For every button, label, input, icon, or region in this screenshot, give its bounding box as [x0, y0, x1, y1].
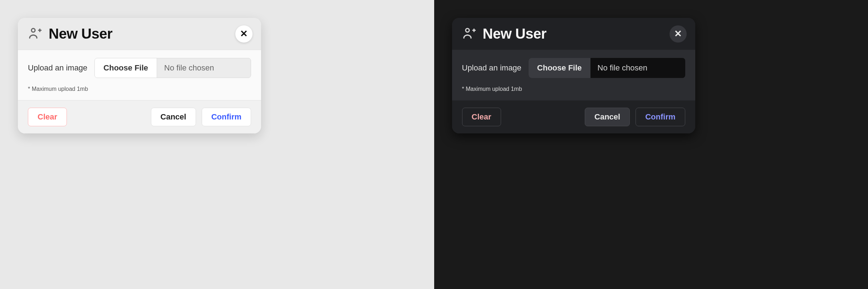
- close-button[interactable]: ✕: [235, 25, 252, 43]
- cancel-button[interactable]: Cancel: [151, 108, 196, 126]
- card-body: Upload an image Choose File No file chos…: [452, 50, 695, 100]
- upload-hint: * Maximum upload 1mb: [462, 86, 685, 92]
- upload-row: Upload an image Choose File No file chos…: [28, 58, 251, 78]
- cancel-button[interactable]: Cancel: [585, 108, 630, 126]
- card-header: New User ✕: [18, 18, 261, 50]
- card-footer: Clear Cancel Confirm: [452, 100, 695, 133]
- clear-button[interactable]: Clear: [28, 108, 67, 126]
- new-user-card: New User ✕ Upload an image Choose File N…: [18, 18, 261, 133]
- file-status-text: No file chosen: [590, 58, 685, 78]
- upload-row: Upload an image Choose File No file chos…: [462, 58, 685, 78]
- upload-hint: * Maximum upload 1mb: [28, 86, 251, 92]
- dark-theme-panel: New User ✕ Upload an image Choose File N…: [434, 0, 868, 289]
- upload-label: Upload an image: [28, 63, 87, 73]
- file-picker: Choose File No file chosen: [529, 58, 685, 78]
- confirm-button[interactable]: Confirm: [636, 108, 685, 126]
- card-footer: Clear Cancel Confirm: [18, 100, 261, 133]
- choose-file-button[interactable]: Choose File: [95, 58, 157, 78]
- new-user-card: New User ✕ Upload an image Choose File N…: [452, 18, 695, 133]
- card-body: Upload an image Choose File No file chos…: [18, 50, 261, 100]
- upload-label: Upload an image: [462, 63, 521, 73]
- file-picker: Choose File No file chosen: [94, 58, 251, 78]
- card-title: New User: [483, 26, 546, 42]
- clear-button[interactable]: Clear: [462, 108, 501, 126]
- choose-file-button[interactable]: Choose File: [529, 58, 590, 78]
- file-status-text: No file chosen: [157, 58, 251, 78]
- close-icon: ✕: [674, 28, 682, 39]
- add-user-icon: [462, 26, 476, 42]
- card-header: New User ✕: [452, 18, 695, 50]
- card-title: New User: [49, 26, 112, 42]
- light-theme-panel: New User ✕ Upload an image Choose File N…: [0, 0, 434, 289]
- svg-point-3: [466, 28, 469, 32]
- svg-point-0: [31, 28, 35, 32]
- close-button[interactable]: ✕: [670, 25, 687, 43]
- add-user-icon: [28, 26, 42, 42]
- confirm-button[interactable]: Confirm: [202, 108, 251, 126]
- close-icon: ✕: [240, 28, 248, 39]
